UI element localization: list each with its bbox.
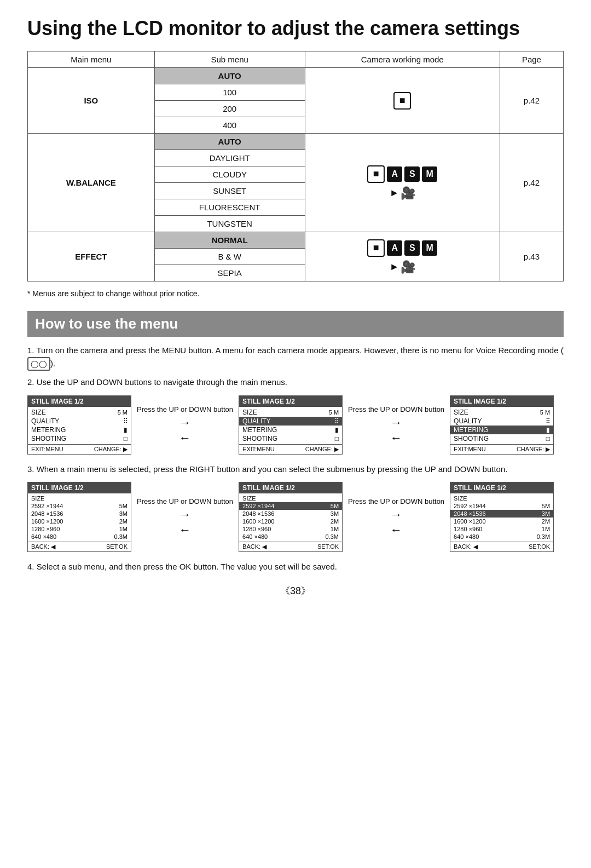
- row-shooting-3: SHOOTING □: [450, 434, 553, 443]
- setok-b: SET:OK: [317, 543, 339, 550]
- size-2048: 2048 ×1536: [31, 510, 63, 517]
- size-2592-b: 2592 ×1944: [242, 503, 274, 509]
- size-2m: 2M: [119, 518, 128, 525]
- voice-recording-icon: ◯◯: [27, 357, 50, 371]
- size-label-3: SIZE: [454, 409, 468, 416]
- step3-text: 3. When a main menu is selected, press t…: [27, 463, 564, 476]
- size-640-c: 640 ×480: [454, 533, 479, 540]
- video-icon-wb: ► 🎥: [390, 186, 415, 200]
- metering-label: METERING: [31, 426, 66, 434]
- still-camera-icon: ■: [393, 92, 411, 110]
- size-row-b3: 2048 ×1536 3M: [239, 510, 342, 518]
- quality-val: ⠿: [123, 417, 128, 425]
- size-row-c4: 1600 ×1200 2M: [450, 518, 553, 525]
- screen2-title: STILL IMAGE 1/2: [242, 398, 295, 405]
- quality-label-2: QUALITY: [242, 417, 270, 425]
- row-metering-3: METERING ▮: [450, 426, 553, 434]
- sub-auto-wb: AUTO: [154, 134, 305, 150]
- shooting-label: SHOOTING: [31, 435, 66, 442]
- row-quality: QUALITY ⠿: [28, 417, 131, 426]
- table-row: EFFECT NORMAL ■ A S M ► 🎥 p.43: [28, 232, 564, 249]
- screen3-footer: EXIT:MENU CHANGE: ▶: [450, 444, 553, 454]
- row-quality-3: QUALITY ⠿: [450, 417, 553, 426]
- size-val: 5 M: [118, 409, 128, 416]
- size-03m-b: 0.3M: [326, 533, 339, 540]
- arrow-left-2: ←: [390, 431, 402, 445]
- shooting-val-2: □: [335, 435, 339, 442]
- table-row: W.BALANCE AUTO ■ A S M ► 🎥 p.42: [28, 134, 564, 150]
- size-3m-b: 3M: [331, 510, 339, 517]
- step2-screens: STILL IMAGE 1/2 SIZE 5 M QUALITY ⠿ METER…: [27, 395, 564, 455]
- col-header-page: Page: [500, 51, 563, 68]
- size-5m-b: 5M: [331, 503, 339, 509]
- step2-text: 2. Use the UP and DOWN buttons to naviga…: [27, 376, 564, 389]
- shooting-label-3: SHOOTING: [454, 435, 489, 442]
- press-label-1: Press the UP or DOWN button: [137, 405, 233, 415]
- screenb-body: SIZE 2592 ×1944 5M 2048 ×1536 3M 1600 ×1…: [239, 493, 342, 542]
- arrow-block-3: Press the UP or DOWN button → ←: [137, 497, 233, 537]
- screen3-header: STILL IMAGE 1/2: [450, 396, 553, 407]
- footnote: * Menus are subject to change without pr…: [27, 289, 564, 298]
- page-iso: p.42: [500, 68, 563, 134]
- screena-footer: BACK: ◀ SET:OK: [28, 542, 131, 551]
- size-2048-c: 2048 ×1536: [454, 510, 485, 517]
- size-row-b4: 1600 ×1200 2M: [239, 518, 342, 525]
- size-2048-b: 2048 ×1536: [242, 510, 274, 517]
- page-wb: p.42: [500, 134, 563, 232]
- change-3: CHANGE: ▶: [517, 446, 550, 453]
- screena-header: STILL IMAGE 1/2: [28, 482, 131, 493]
- quality-label: QUALITY: [31, 417, 59, 425]
- row-quality-2: QUALITY ⠿: [239, 417, 342, 426]
- section-heading: How to use the menu: [27, 311, 564, 337]
- sub-fluorescent: FLUORESCENT: [154, 199, 305, 216]
- step4-text: 4. Select a sub menu, and then press the…: [27, 561, 564, 573]
- size-1m-c: 1M: [542, 526, 550, 532]
- page-title: Using the LCD monitor to adjust the came…: [27, 16, 564, 40]
- row-metering-2: METERING ▮: [239, 426, 342, 434]
- press-label-4: Press the UP or DOWN button: [348, 497, 444, 507]
- size-row-a6: 640 ×480 0.3M: [28, 533, 131, 541]
- arrow-block-2: Press the UP or DOWN button → ←: [348, 405, 444, 445]
- size-row-c1: SIZE: [450, 495, 553, 502]
- screenc-title: STILL IMAGE 1/2: [454, 484, 506, 492]
- size-1600: 1600 ×1200: [31, 518, 63, 525]
- screenc-body: SIZE 2592 ×1944 5M 2048 ×1536 3M 1600 ×1…: [450, 493, 553, 542]
- setok-c: SET:OK: [529, 543, 550, 550]
- size-row-a3: 2048 ×1536 3M: [28, 510, 131, 518]
- main-menu-iso: ISO: [28, 68, 155, 134]
- sub-sunset: SUNSET: [154, 183, 305, 199]
- size-row-b2: 2592 ×1944 5M: [239, 502, 342, 510]
- screena-title: STILL IMAGE 1/2: [31, 484, 84, 492]
- quality-label-3: QUALITY: [454, 417, 482, 425]
- camera-mode-effect: ■ A S M ► 🎥: [305, 232, 500, 281]
- size-row-c2: 2592 ×1944 5M: [450, 502, 553, 510]
- size-row-a4: 1600 ×1200 2M: [28, 518, 131, 525]
- col-header-main: Main menu: [28, 51, 155, 68]
- shooting-label-2: SHOOTING: [242, 435, 277, 442]
- menu-screen-3: STILL IMAGE 1/2 SIZE 5 M QUALITY ⠿ METER…: [450, 395, 554, 455]
- screenc-footer: BACK: ◀ SET:OK: [450, 542, 553, 551]
- size-c1-label: SIZE: [454, 495, 467, 502]
- size-640-b: 640 ×480: [242, 533, 268, 540]
- row-shooting-2: SHOOTING □: [239, 434, 342, 443]
- press-label-3: Press the UP or DOWN button: [137, 497, 233, 507]
- quality-val-3: ⠿: [546, 417, 550, 425]
- size-2m-c: 2M: [542, 518, 550, 525]
- size-1280-c: 1280 ×960: [454, 526, 482, 532]
- press-label-2: Press the UP or DOWN button: [348, 405, 444, 415]
- quality-val-2: ⠿: [334, 417, 339, 425]
- main-menu-wbalance: W.BALANCE: [28, 134, 155, 232]
- arrow-block-1: Press the UP or DOWN button → ←: [137, 405, 233, 445]
- arrow-right-4: →: [390, 508, 402, 522]
- row-shooting: SHOOTING □: [28, 434, 131, 443]
- size-row-b5: 1280 ×960 1M: [239, 525, 342, 533]
- col-header-camera: Camera working mode: [305, 51, 500, 68]
- metering-label-2: METERING: [242, 426, 277, 434]
- sub-200: 200: [154, 101, 305, 117]
- row-metering: METERING ▮: [28, 426, 131, 434]
- size-a1-label: SIZE: [31, 495, 44, 502]
- sub-400: 400: [154, 117, 305, 134]
- screenc-header: STILL IMAGE 1/2: [450, 482, 553, 493]
- arrow-right-3: →: [179, 508, 191, 522]
- size-1280-b: 1280 ×960: [242, 526, 271, 532]
